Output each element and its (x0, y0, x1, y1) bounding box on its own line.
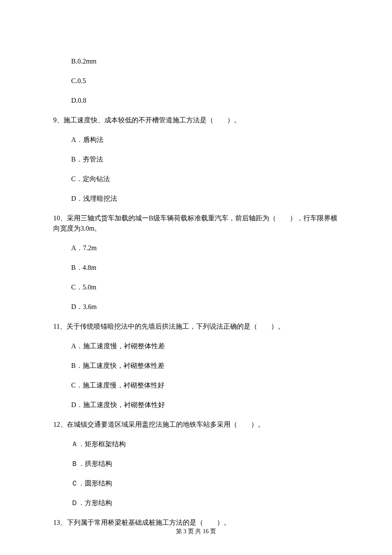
option-item: B．夯管法 (71, 154, 339, 165)
option-item: A．7.2m (71, 243, 339, 253)
option-item: D．3.6m (71, 302, 339, 312)
question-9: 9、施工速度快、成本较低的不开槽管道施工方法是（ ）。 (53, 115, 339, 125)
option-item: A．施工速度慢，衬砌整体性差 (71, 341, 339, 351)
option-item: B.0.2mm (71, 56, 339, 66)
option-item: D.0.8 (71, 95, 339, 106)
question-13: 13、下列属于常用桥梁桩基础成桩施工方法的是（ ）。 (53, 517, 339, 528)
page-footer: 第 3 页 共 16 页 (0, 527, 392, 536)
option-item: C．定向钻法 (71, 174, 339, 184)
option-item: D．浅埋暗挖法 (71, 194, 339, 204)
question-12: 12、在城镇交通要道区域采用盖挖法施工的地铁车站多采用（ ）。 (53, 419, 339, 430)
question-11: 11、关于传统喷锚暗挖法中的先墙后拱法施工，下列说法正确的是（ ）。 (53, 321, 339, 332)
option-item: B．施工速度快，衬砌整体性差 (71, 361, 339, 371)
option-item: Ｃ．圆形结构 (71, 478, 339, 489)
option-item: A．盾构法 (71, 135, 339, 145)
question-10: 10、采用三轴式货车加载的城一B级车辆荷载标准载重汽车，前后轴距为（ ），行车限… (53, 213, 339, 234)
option-item: Ｂ．拱形结构 (71, 459, 339, 469)
page-content: B.0.2mm C.0.5 D.0.8 9、施工速度快、成本较低的不开槽管道施工… (0, 0, 392, 528)
option-item: Ｄ．方形结构 (71, 498, 339, 508)
option-item: C．施工速度慢，衬砌整体性好 (71, 380, 339, 390)
option-item: Ａ．矩形框架结构 (71, 439, 339, 449)
option-item: B．4.8m (71, 263, 339, 273)
option-item: D．施工速度快，衬砌整体性好 (71, 400, 339, 410)
option-item: C.0.5 (71, 76, 339, 86)
option-item: C．5.0m (71, 282, 339, 292)
